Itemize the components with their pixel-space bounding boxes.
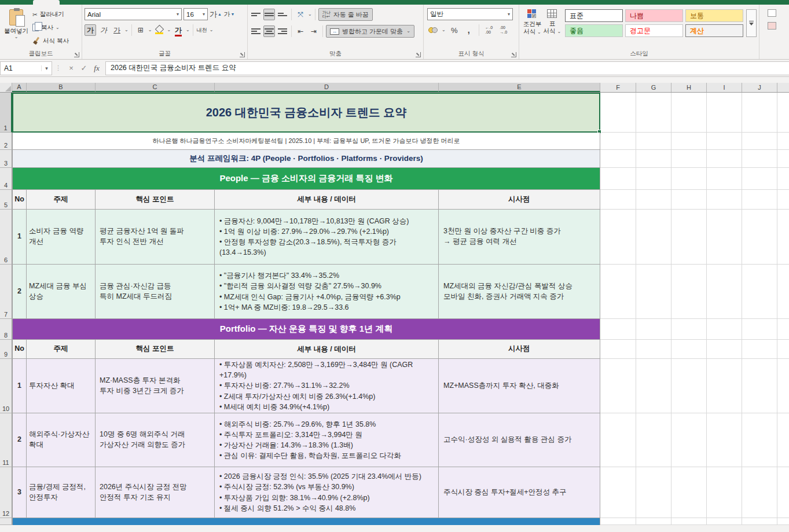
cell-no[interactable]: 2 bbox=[12, 265, 27, 319]
phonetic-button[interactable]: 내천 bbox=[196, 24, 208, 36]
header-detail[interactable]: 세부 내용 / 데이터 bbox=[215, 340, 439, 359]
empty-cell[interactable] bbox=[600, 265, 636, 319]
insert-icon[interactable] bbox=[768, 9, 776, 17]
empty-cell[interactable] bbox=[742, 210, 777, 265]
cell-insight[interactable]: 3천만 원 이상 중자산 구간 비중 증가 → 평균 금융 여력 개선 bbox=[439, 210, 600, 265]
empty-cell[interactable] bbox=[636, 319, 671, 340]
number-dialog-launcher-icon[interactable] bbox=[511, 52, 516, 57]
next-section-banner-partial[interactable] bbox=[12, 518, 600, 525]
empty-cell[interactable] bbox=[707, 340, 742, 359]
font-name-combobox[interactable]: Arial▾ bbox=[85, 8, 182, 20]
empty-cell[interactable] bbox=[707, 133, 742, 150]
empty-cell[interactable] bbox=[671, 319, 707, 340]
row-header-9[interactable]: 9 bbox=[0, 340, 12, 359]
decrease-font-size-button[interactable]: 가▼ bbox=[223, 9, 235, 20]
format-as-table-button[interactable]: 표서식 ⌄ bbox=[543, 8, 562, 46]
empty-cell[interactable] bbox=[671, 340, 707, 359]
empty-cell[interactable] bbox=[742, 133, 777, 150]
row-header-6[interactable]: 6 bbox=[0, 210, 12, 265]
increase-font-size-button[interactable]: 가▲ bbox=[210, 9, 222, 20]
empty-cell[interactable] bbox=[600, 168, 636, 190]
empty-cell[interactable] bbox=[742, 413, 777, 467]
empty-cell[interactable] bbox=[671, 359, 707, 413]
title-cell[interactable]: 2026 대한민국 금융소비자 트렌드 요약 bbox=[12, 93, 600, 133]
empty-cell[interactable] bbox=[600, 133, 636, 150]
empty-cell[interactable] bbox=[600, 150, 636, 168]
accounting-format-button[interactable] bbox=[427, 24, 439, 36]
increase-decimal-button[interactable]: ←.0 .00 bbox=[483, 24, 495, 36]
cell-insight[interactable]: MZ+MASS층까지 투자 확산, 대중화 bbox=[439, 359, 600, 413]
insert-function-button[interactable]: fx bbox=[90, 64, 103, 73]
empty-cell[interactable] bbox=[707, 265, 742, 319]
bold-button[interactable]: 가 bbox=[85, 24, 96, 36]
empty-cell[interactable] bbox=[707, 168, 742, 190]
select-all-corner[interactable] bbox=[0, 83, 12, 92]
cell-point[interactable]: MZ·MASS층 투자 본격화 투자 비중 3년간 크게 증가 bbox=[96, 359, 215, 413]
fill-color-button[interactable] bbox=[153, 24, 165, 36]
column-header-G[interactable]: G bbox=[636, 83, 671, 92]
header-insight[interactable]: 시사점 bbox=[439, 190, 600, 210]
cell-detail[interactable]: • 해외주식 비중: 25.7%→29.6%, 향후 1년 35.8% • 주식… bbox=[215, 413, 439, 467]
chevron-down-icon[interactable]: ⌄ bbox=[148, 28, 152, 32]
empty-cell[interactable] bbox=[742, 518, 777, 525]
right-align-button[interactable] bbox=[277, 25, 288, 37]
increase-indent-button[interactable]: ⇥ bbox=[308, 25, 320, 37]
chevron-down-icon[interactable]: ⌄ bbox=[210, 28, 214, 32]
row-header-11[interactable]: 11 bbox=[0, 413, 12, 467]
percent-style-button[interactable]: % bbox=[449, 24, 460, 36]
cell-detail[interactable]: • "금융기사 챙겨본다" 33.4%→35.2% • "합리적 금융 의사결정… bbox=[215, 265, 439, 319]
header-topic[interactable]: 주제 bbox=[27, 340, 96, 359]
cell-no[interactable]: 2 bbox=[12, 413, 27, 467]
empty-cell[interactable] bbox=[600, 413, 636, 467]
empty-cell[interactable] bbox=[671, 265, 707, 319]
cell-style-calculation[interactable]: 계산 bbox=[685, 24, 743, 37]
center-align-button[interactable] bbox=[263, 25, 275, 37]
empty-cell[interactable] bbox=[742, 340, 777, 359]
column-header-F[interactable]: F bbox=[600, 83, 636, 92]
empty-cell[interactable] bbox=[671, 210, 707, 265]
empty-cell[interactable] bbox=[636, 168, 671, 190]
top-align-button[interactable] bbox=[250, 9, 262, 20]
copy-button[interactable]: 복사 ⌄ bbox=[31, 21, 70, 34]
delete-icon[interactable] bbox=[768, 22, 776, 30]
empty-cell[interactable] bbox=[600, 319, 636, 340]
cell-style-good[interactable]: 좋음 bbox=[565, 24, 623, 37]
empty-cell[interactable] bbox=[636, 190, 671, 210]
header-insight[interactable]: 시사점 bbox=[439, 340, 600, 359]
cell-style-bad[interactable]: 나쁨 bbox=[625, 9, 683, 22]
cell-style-normal[interactable]: 표준 bbox=[565, 9, 623, 22]
formula-input[interactable]: 2026 대한민국 금융소비자 트렌드 요약 bbox=[105, 61, 789, 75]
chevron-down-icon[interactable]: ⌄ bbox=[186, 28, 190, 32]
column-header-I[interactable]: I bbox=[707, 83, 742, 92]
wrap-text-button[interactable]: 가나 다↩ 자동 줄 바꿈 bbox=[318, 8, 373, 21]
header-no[interactable]: No bbox=[12, 340, 27, 359]
empty-cell[interactable] bbox=[707, 467, 742, 518]
cell-point[interactable]: 2026년 주식시장 긍정 전망 안정적 투자 기조 유지 bbox=[96, 467, 215, 518]
empty-cell[interactable] bbox=[671, 93, 707, 133]
header-topic[interactable]: 주제 bbox=[27, 190, 96, 210]
format-painter-button[interactable]: 서식 복사 bbox=[31, 35, 70, 47]
column-header-A[interactable]: A bbox=[12, 83, 27, 92]
column-header-H[interactable]: H bbox=[671, 83, 707, 92]
empty-cell[interactable] bbox=[707, 413, 742, 467]
empty-cell[interactable] bbox=[636, 210, 671, 265]
paste-button[interactable]: 붙여넣기 ⌄ bbox=[2, 8, 30, 49]
column-header-D[interactable]: D bbox=[215, 83, 439, 92]
cell-insight[interactable]: 고수익·성장성 외 실용적 활용 관심 증가 bbox=[439, 413, 600, 467]
subtitle-cell[interactable]: 하나은행 하나금융연구소 소비자마케팅분석팀 | 2025.10 | 부제: 금… bbox=[12, 133, 600, 150]
portfolio-section-banner[interactable]: Portfolio — 자산 운용 특징 및 향후 1년 계획 bbox=[12, 319, 600, 340]
style-gallery-more-button[interactable] bbox=[746, 9, 757, 37]
clipboard-dialog-launcher-icon[interactable] bbox=[74, 52, 79, 57]
people-section-banner[interactable]: People — 금융 소비자의 금융거래 특징 변화 bbox=[12, 168, 600, 190]
merge-center-button[interactable]: ↔ 병합하고 가운데 맞춤 ⌄ bbox=[326, 25, 414, 38]
empty-cell[interactable] bbox=[742, 190, 777, 210]
column-header-B[interactable]: B bbox=[27, 83, 96, 92]
chevron-down-icon[interactable]: ⌄ bbox=[167, 28, 171, 32]
empty-cell[interactable] bbox=[600, 518, 636, 525]
name-box[interactable]: A1 ▾ bbox=[0, 61, 52, 75]
chevron-down-icon[interactable]: ⌄ bbox=[442, 28, 446, 32]
row-header-8[interactable]: 8 bbox=[0, 319, 12, 340]
cell-no[interactable]: 3 bbox=[12, 467, 27, 518]
row-header-13[interactable] bbox=[0, 518, 12, 525]
cell-insight[interactable]: MZ세대의 금융 자신감/관심 폭발적 상승 모바일 친화, 증권사 거래액 지… bbox=[439, 265, 600, 319]
